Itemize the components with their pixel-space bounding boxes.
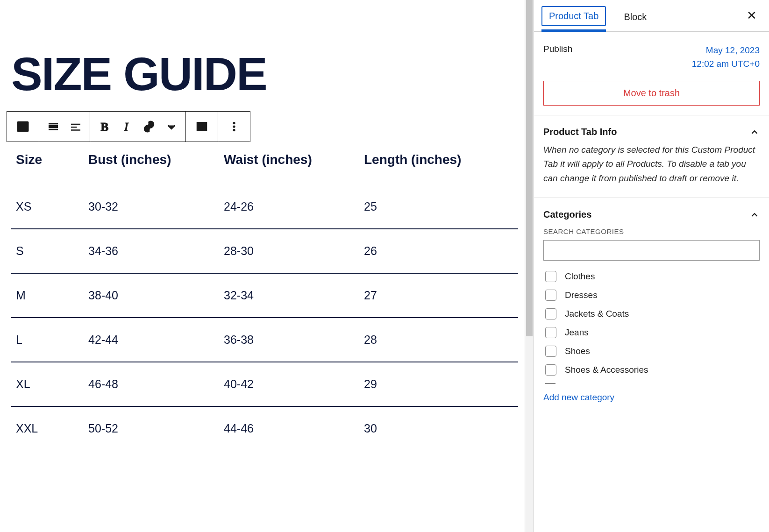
product-tab-info-text: When no category is selected for this Cu… [543,143,760,188]
panel-title-categories: Categories [543,209,591,220]
table-cell[interactable]: 26 [359,229,518,273]
svg-rect-0 [18,122,28,131]
editor-pane: SIZE GUIDE B [0,0,534,532]
category-checkbox[interactable] [545,290,556,301]
category-item[interactable]: Shoes & Accessories [543,361,758,379]
svg-text:B: B [101,121,109,133]
bold-icon[interactable]: B [93,112,115,142]
chevron-up-icon [749,127,760,137]
table-cell[interactable]: 29 [359,362,518,406]
table-cell[interactable]: 36-38 [219,318,359,362]
publish-date-line1: May 12, 2023 [692,44,760,57]
tab-product-tab[interactable]: Product Tab [541,6,606,26]
page-title[interactable]: SIZE GUIDE [11,50,522,97]
table-cell[interactable]: 40-42 [219,362,359,406]
editor-canvas[interactable]: SIZE GUIDE B [0,0,534,532]
table-cell[interactable]: 32-34 [219,273,359,318]
editor-scrollbar[interactable] [525,0,534,532]
category-label: Jeans [565,327,589,338]
tab-block[interactable]: Block [616,7,654,30]
table-cell[interactable]: 30-32 [84,185,219,229]
scrollbar-thumb[interactable] [526,0,533,336]
table-cell[interactable]: XS [11,185,84,229]
size-table[interactable]: Size Bust (inches) Waist (inches) Length… [11,140,518,450]
table-row[interactable]: XS30-3224-2625 [11,185,518,229]
chevron-up-icon [749,210,760,220]
publish-date-button[interactable]: May 12, 2023 12:02 am UTC+0 [692,44,760,71]
more-options-icon[interactable] [221,112,247,142]
categories-panel: Categories SEARCH CATEGORIES ClothesDres… [534,198,769,412]
category-checkbox[interactable] [545,271,556,282]
col-length: Length (inches) [359,140,518,185]
category-checkbox[interactable] [545,346,556,357]
table-cell[interactable]: 50-52 [84,406,219,450]
text-align-icon[interactable] [64,112,87,142]
table-row[interactable]: S34-3628-3026 [11,229,518,273]
table-row[interactable]: L42-4436-3828 [11,318,518,362]
panel-toggle-product-tab-info[interactable]: Product Tab Info [543,125,760,143]
category-item[interactable]: Shoes [543,342,758,361]
table-cell[interactable]: L [11,318,84,362]
category-label: Dresses [565,290,598,300]
col-size: Size [11,140,84,185]
category-label: Jackets & Coats [565,309,629,319]
category-item[interactable]: Jackets & Coats [543,305,758,323]
table-cell[interactable]: 25 [359,185,518,229]
table-cell[interactable]: 30 [359,406,518,450]
block-toolbar: B I [7,111,250,142]
table-cell[interactable]: 34-36 [84,229,219,273]
sidebar-tabs: Product Tab Block ✕ [534,0,769,32]
category-checkbox[interactable] [545,327,556,338]
move-to-trash-button[interactable]: Move to trash [543,81,760,106]
table-header: Size Bust (inches) Waist (inches) Length… [11,140,518,185]
table-row[interactable]: XXL50-5244-4630 [11,406,518,450]
table-cell[interactable]: S [11,229,84,273]
category-checkbox[interactable] [545,308,556,319]
search-categories-input[interactable] [543,240,760,261]
publish-label: Publish [543,44,572,54]
panel-title-info: Product Tab Info [543,127,617,137]
close-sidebar-icon[interactable]: ✕ [742,6,762,31]
link-icon[interactable] [138,112,160,142]
publish-date-line2: 12:02 am UTC+0 [692,57,760,71]
category-item[interactable]: Jeans [543,323,758,342]
add-new-category-link[interactable]: Add new category [543,392,614,403]
svg-point-15 [233,126,235,128]
table-row[interactable]: XL46-4840-4229 [11,362,518,406]
table-cell[interactable]: 46-48 [84,362,219,406]
table-cell[interactable]: 44-46 [219,406,359,450]
category-checkbox[interactable] [545,364,556,376]
product-tab-info-panel: Product Tab Info When no category is sel… [534,115,769,198]
chevron-down-icon[interactable] [160,112,183,142]
table-cell[interactable]: 28-30 [219,229,359,273]
category-item[interactable]: Dresses [543,286,758,305]
italic-icon[interactable]: I [115,112,138,142]
edit-table-icon[interactable] [189,112,215,142]
table-cell[interactable]: 38-40 [84,273,219,318]
category-label: Clothes [565,271,595,282]
settings-sidebar: Product Tab Block ✕ Publish May 12, 2023… [534,0,769,532]
table-cell[interactable]: 27 [359,273,518,318]
svg-point-14 [233,122,235,124]
publish-section: Publish May 12, 2023 12:02 am UTC+0 Move… [534,32,769,115]
block-icon-table[interactable] [10,112,36,142]
svg-text:I: I [124,121,129,133]
table-cell[interactable]: XXL [11,406,84,450]
table-cell[interactable]: XL [11,362,84,406]
table-row[interactable]: M38-4032-3427 [11,273,518,318]
search-categories-label: SEARCH CATEGORIES [543,227,760,235]
category-item[interactable]: Clothes [543,267,758,286]
category-label: Shoes & Accessories [565,365,648,375]
align-icon[interactable] [42,112,64,142]
category-item-partial [545,383,555,384]
categories-list[interactable]: ClothesDressesJackets & CoatsJeansShoesS… [543,267,760,384]
table-cell[interactable]: M [11,273,84,318]
table-cell[interactable]: 24-26 [219,185,359,229]
table-cell[interactable]: 42-44 [84,318,219,362]
app-root: SIZE GUIDE B [0,0,769,532]
table-body: XS30-3224-2625S34-3628-3026M38-4032-3427… [11,185,518,450]
table-cell[interactable]: 28 [359,318,518,362]
col-bust: Bust (inches) [84,140,219,185]
category-label: Shoes [565,346,590,356]
panel-toggle-categories[interactable]: Categories [543,207,760,226]
